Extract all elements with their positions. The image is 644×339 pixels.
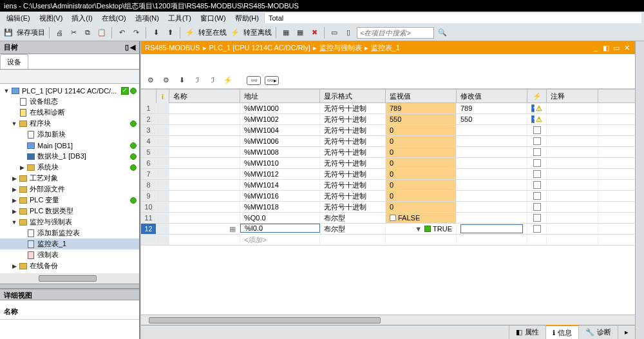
devices-tab[interactable]: 设备 bbox=[0, 54, 28, 69]
monitor-all-icon[interactable]: 👓 bbox=[247, 76, 261, 85]
wt-tool1-icon[interactable]: ⚙ bbox=[145, 75, 156, 86]
menu-tools[interactable]: 工具(T) bbox=[164, 12, 195, 24]
table-row[interactable]: <添加> bbox=[141, 235, 635, 246]
split-h-icon[interactable]: ▭ bbox=[328, 27, 340, 39]
watchtable-toolbar: ⚙ ⚙ ⬇ ℐ ℐ ⚡ 👓 👓▸ bbox=[141, 72, 635, 89]
tree-item[interactable]: 数据块_1 [DB3] bbox=[0, 151, 139, 162]
right-taskbar[interactable] bbox=[635, 41, 644, 339]
tree-item[interactable]: ▼程序块 bbox=[0, 118, 139, 129]
start-icon[interactable]: ▦ bbox=[280, 27, 292, 39]
tree-item[interactable]: ▶在线备份 bbox=[0, 260, 139, 271]
restore-icon[interactable]: ▭ bbox=[612, 43, 621, 52]
tree-item[interactable]: ▶工艺对象 bbox=[0, 173, 139, 184]
table-row[interactable]: 9%MW1016无符号十进制0 bbox=[141, 191, 635, 202]
download-icon[interactable]: ⬇ bbox=[150, 27, 162, 39]
modify-input[interactable] bbox=[460, 224, 523, 233]
col-modify[interactable]: 修改值 bbox=[457, 90, 527, 102]
tree-splitter[interactable] bbox=[0, 284, 139, 289]
project-tree[interactable]: ▼PLC_1 [CPU 1214C AC/DC/...设备组态在线和诊断▼程序块… bbox=[0, 84, 139, 273]
col-i[interactable]: i bbox=[156, 90, 169, 104]
maximize-icon[interactable]: ◧ bbox=[601, 43, 611, 52]
tree-item[interactable]: ▶系统块 bbox=[0, 162, 139, 173]
menu-right-label: Total bbox=[264, 13, 641, 23]
inspector-tabs: ◧ 属性 ℹ 信息 🔧 诊断 ▸ bbox=[141, 325, 635, 339]
menu-view[interactable]: 视图(V) bbox=[35, 12, 67, 24]
cut-icon[interactable]: ✂ bbox=[68, 27, 79, 39]
wt-insert-icon[interactable]: ⬇ bbox=[176, 75, 187, 86]
tree-hscroll[interactable] bbox=[0, 273, 139, 284]
menu-online[interactable]: 在线(O) bbox=[98, 12, 130, 24]
table-row[interactable]: 5%MW1008无符号十进制0 bbox=[141, 147, 635, 158]
save-project-button[interactable]: 保存项目 bbox=[17, 28, 45, 37]
tab-properties[interactable]: ◧ 属性 bbox=[509, 325, 545, 339]
menu-options[interactable]: 选项(N) bbox=[131, 12, 163, 24]
paste-icon[interactable]: 📋 bbox=[96, 27, 108, 39]
col-format[interactable]: 显示格式 bbox=[320, 90, 386, 102]
table-row[interactable]: 4%MW1006无符号十进制0 bbox=[141, 136, 635, 147]
col-flag[interactable]: ⚡ bbox=[527, 90, 547, 102]
grid-hscroll[interactable] bbox=[141, 315, 635, 325]
tab-expand[interactable]: ▸ bbox=[618, 325, 635, 339]
table-row[interactable]: 8%MW1014无符号十进制0 bbox=[141, 180, 635, 191]
stop-icon[interactable]: ▦ bbox=[294, 27, 306, 39]
go-offline-button[interactable]: 转至离线 bbox=[243, 28, 272, 37]
copy-icon[interactable]: ⧉ bbox=[82, 27, 93, 39]
undo-icon[interactable]: ↶ bbox=[116, 27, 128, 39]
tree-item[interactable]: Main [OB1] bbox=[0, 140, 139, 151]
menu-help[interactable]: 帮助(H) bbox=[231, 12, 263, 24]
table-row[interactable]: 1%MW1000无符号十进制789789⚠ bbox=[141, 103, 635, 114]
tree-item[interactable]: 在线和诊断 bbox=[0, 107, 139, 118]
upload-icon[interactable]: ⬆ bbox=[164, 27, 176, 39]
table-row[interactable]: 3%MW1004无符号十进制0 bbox=[141, 125, 635, 136]
tree-item[interactable]: ▶外部源文件 bbox=[0, 184, 139, 195]
project-search-input[interactable] bbox=[357, 27, 434, 39]
table-row[interactable]: 7%MW1012无符号十进制0 bbox=[141, 169, 635, 180]
tree-item[interactable]: 添加新监控表 bbox=[0, 228, 139, 238]
col-address[interactable]: 地址 bbox=[240, 90, 320, 102]
tree-item[interactable]: ▶PLC 数据类型 bbox=[0, 206, 139, 217]
close-icon[interactable]: ✕ bbox=[622, 43, 631, 52]
bc-plc[interactable]: PLC_1 [CPU 1214C AC/DC/Rly] bbox=[209, 44, 310, 52]
tree-pin-icon[interactable]: ◀ bbox=[130, 43, 135, 52]
print-icon[interactable]: 🖨 bbox=[53, 27, 65, 39]
split-v-icon[interactable]: ▯ bbox=[343, 27, 354, 39]
go-online-icon[interactable]: ⚡ bbox=[184, 27, 196, 39]
wt-tool4-icon[interactable]: ℐ bbox=[191, 75, 203, 86]
tree-item[interactable]: 监控表_1 bbox=[0, 238, 139, 249]
table-row[interactable]: 10%MW1018无符号十进制0 bbox=[141, 202, 635, 213]
table-row[interactable]: 12▦%I0.0布尔型▼TRUE bbox=[141, 224, 635, 235]
tree-item[interactable]: ▶PLC 变量 bbox=[0, 195, 139, 206]
redo-icon[interactable]: ↷ bbox=[130, 27, 142, 39]
wt-modify-icon[interactable]: ⚡ bbox=[222, 75, 234, 86]
col-comment[interactable]: 注释 bbox=[547, 90, 598, 102]
tab-diagnostics[interactable]: 🔧 诊断 bbox=[578, 325, 618, 339]
tree-item[interactable]: 设备组态 bbox=[0, 96, 139, 107]
menu-window[interactable]: 窗口(W) bbox=[196, 12, 230, 24]
go-online-button[interactable]: 转至在线 bbox=[198, 28, 227, 37]
table-row[interactable]: 11%Q0.0布尔型FALSE bbox=[141, 213, 635, 224]
wt-tool5-icon[interactable]: ℐ bbox=[207, 75, 218, 86]
minimize-icon[interactable]: _ bbox=[591, 43, 600, 52]
menu-edit[interactable]: 编辑(E) bbox=[3, 12, 34, 24]
wt-tool2-icon[interactable]: ⚙ bbox=[160, 75, 172, 86]
save-icon[interactable]: 💾 bbox=[3, 27, 14, 39]
tree-item[interactable]: 强制表 bbox=[0, 249, 139, 260]
table-row[interactable]: 6%MW1010无符号十进制0 bbox=[141, 158, 635, 169]
tree-collapse-icon[interactable]: ▯ bbox=[125, 43, 129, 52]
bc-project[interactable]: RS485-MODBUS bbox=[145, 44, 200, 52]
go-offline-icon[interactable]: ⚡ bbox=[229, 27, 241, 39]
tree-item[interactable]: 添加新块 bbox=[0, 129, 139, 140]
bc-folder[interactable]: 监控与强制表 bbox=[319, 43, 362, 53]
tab-info[interactable]: ℹ 信息 bbox=[545, 325, 578, 339]
col-monitor[interactable]: 监视值 bbox=[386, 90, 457, 102]
delete-icon[interactable]: ✖ bbox=[308, 27, 320, 39]
detail-col-name: 名称 bbox=[0, 300, 139, 320]
search-icon[interactable]: 🔍 bbox=[437, 27, 448, 39]
tree-item[interactable]: ▼PLC_1 [CPU 1214C AC/DC/... bbox=[0, 85, 139, 96]
table-row[interactable]: 2%MW1002无符号十进制550550⚠ bbox=[141, 114, 635, 125]
monitor-once-icon[interactable]: 👓▸ bbox=[265, 76, 279, 85]
menu-insert[interactable]: 插入(I) bbox=[68, 12, 96, 24]
col-name[interactable]: 名称 bbox=[169, 90, 240, 102]
project-tree-header: 目树 ▯◀ bbox=[0, 41, 139, 54]
tree-item[interactable]: ▼监控与强制表 bbox=[0, 217, 139, 228]
